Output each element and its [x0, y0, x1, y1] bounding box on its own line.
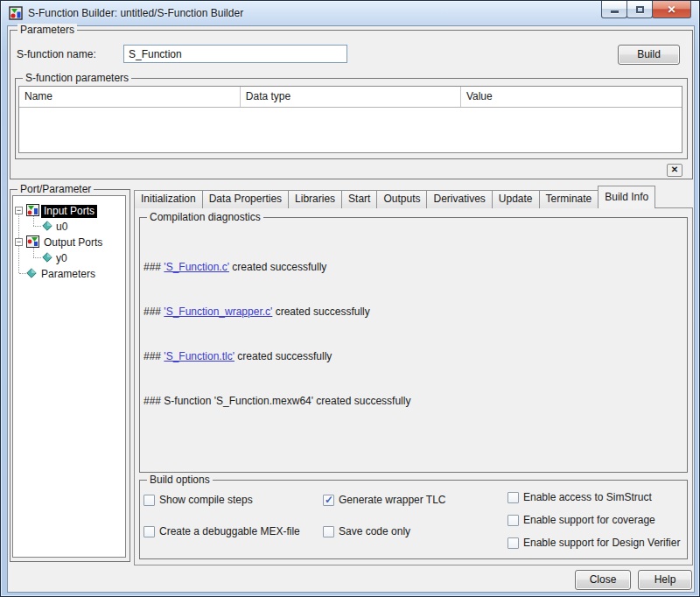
checkbox-icon[interactable] [323, 495, 334, 506]
tree-collapse-toggle[interactable]: − [15, 238, 23, 246]
tree-connector [33, 226, 41, 227]
tree-item-output-ports[interactable]: Output Ports [41, 236, 105, 249]
tab-bar: Initialization Data Properties Libraries… [134, 186, 654, 208]
diagnostic-line: ### S-function 'S_Function.mexw64' creat… [144, 394, 410, 409]
tree-item-y0[interactable]: y0 [53, 252, 70, 265]
checkbox-enable-access-simstruct[interactable]: Enable access to SimStruct [508, 491, 652, 503]
build-button[interactable]: Build [618, 45, 680, 65]
dialog-client-area: Parameters S-function name: Build S-func… [7, 25, 695, 593]
parameters-diamond-icon [26, 268, 37, 278]
tree-item-input-ports[interactable]: Input Ports [41, 205, 97, 218]
sfunction-parameters-group-label: S-function parameters [23, 72, 131, 84]
checkbox-icon[interactable] [508, 515, 519, 526]
tree-item-u0[interactable]: u0 [53, 221, 70, 234]
tree-connector [33, 248, 34, 257]
sfunction-tlc-link[interactable]: 'S_Function.tlc' [164, 350, 234, 362]
checkbox-show-compile-steps[interactable]: Show compile steps [144, 494, 253, 506]
checkbox-icon[interactable] [144, 495, 155, 506]
checkbox-icon[interactable] [144, 526, 155, 537]
compilation-diagnostics-label: Compilation diagnostics [147, 211, 263, 223]
checkbox-icon[interactable] [323, 526, 334, 537]
input-ports-icon [26, 204, 39, 216]
tree-connector [33, 216, 34, 226]
column-header-value[interactable]: Value [461, 87, 682, 107]
tab-outputs[interactable]: Outputs [376, 190, 427, 208]
parameters-group-label: Parameters [18, 24, 77, 36]
sfunction-c-link[interactable]: 'S_Function.c' [164, 261, 229, 273]
diagnostic-line: ### 'S_Function.c' created successfully [144, 260, 410, 275]
sfunction-name-input[interactable] [123, 45, 347, 63]
sfunction-name-label: S-function name: [17, 48, 96, 60]
tab-initialization[interactable]: Initialization [134, 190, 203, 208]
checkbox-enable-support-coverage[interactable]: Enable support for coverage [508, 514, 655, 526]
sfunction-wrapper-c-link[interactable]: 'S_Function_wrapper.c' [164, 306, 272, 318]
tree-connector [33, 257, 41, 258]
checkbox-icon[interactable] [508, 537, 519, 549]
diagnostic-line: ### 'S_Function_wrapper.c' created succe… [144, 305, 410, 320]
checkbox-create-debuggable-mex[interactable]: Create a debuggable MEX-file [144, 525, 300, 537]
sfunction-builder-window: S-Function Builder: untitled/S-Function … [0, 0, 700, 597]
column-header-name[interactable]: Name [19, 87, 241, 107]
diagnostics-output: ### 'S_Function.c' created successfully … [144, 230, 410, 439]
parameters-panel-close-button[interactable]: ✕ [667, 164, 682, 177]
tab-data-properties[interactable]: Data Properties [202, 190, 289, 208]
port-parameter-group-label: Port/Parameter [18, 183, 94, 195]
checkbox-save-code-only[interactable]: Save code only [323, 525, 410, 537]
port-diamond-icon [42, 252, 52, 263]
tree-item-parameters[interactable]: Parameters [38, 268, 98, 281]
tab-update[interactable]: Update [492, 190, 540, 208]
build-options-label: Build options [147, 474, 213, 486]
tab-start[interactable]: Start [341, 190, 377, 208]
diagnostic-line: ### 'S_Function.tlc' created successfull… [144, 349, 410, 364]
tab-derivatives[interactable]: Derivatives [426, 190, 492, 208]
port-diamond-icon [42, 221, 52, 231]
parameters-table[interactable]: Name Data type Value [18, 86, 682, 153]
checkbox-icon[interactable] [508, 492, 519, 503]
tab-libraries[interactable]: Libraries [288, 190, 342, 208]
parameters-table-header: Name Data type Value [19, 87, 682, 108]
help-button[interactable]: Help [638, 570, 692, 590]
checkbox-enable-support-design-verifier[interactable]: Enable support for Design Verifier [508, 537, 680, 549]
tree-collapse-toggle[interactable]: − [15, 207, 23, 214]
checkbox-generate-wrapper-tlc[interactable]: Generate wrapper TLC [323, 494, 446, 506]
tree-connector [19, 273, 26, 274]
column-header-datatype[interactable]: Data type [241, 87, 461, 107]
tab-terminate[interactable]: Terminate [539, 190, 599, 208]
output-ports-icon [26, 235, 39, 248]
tab-build-info[interactable]: Build Info [598, 186, 655, 208]
close-button[interactable]: Close [575, 570, 631, 590]
